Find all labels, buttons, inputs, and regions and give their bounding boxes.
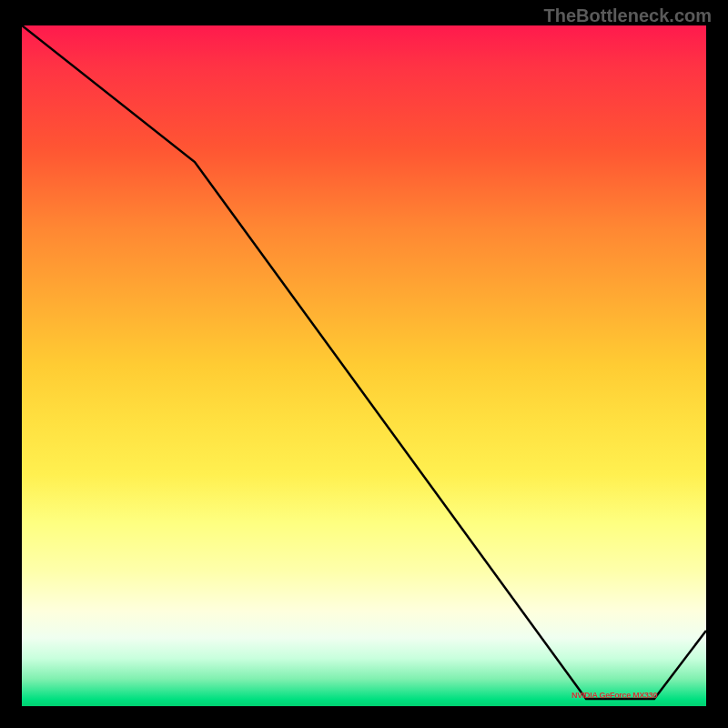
watermark-text: TheBottleneck.com (544, 5, 712, 26)
chart-line-layer (22, 25, 706, 706)
gpu-annotation-label: NVIDIA GeForce MX330 (571, 691, 657, 700)
bottleneck-curve (22, 25, 706, 699)
